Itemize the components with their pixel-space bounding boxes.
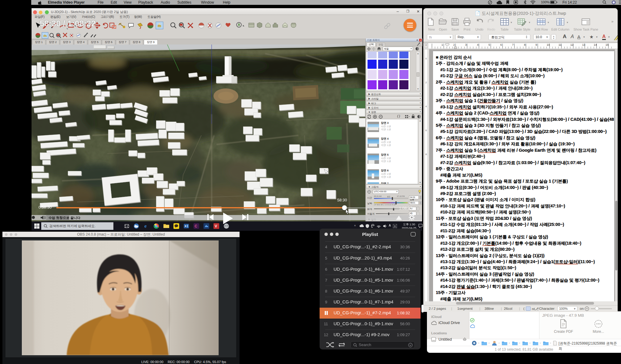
svg-text:C: C: [195, 224, 197, 228]
svg-text:한: 한: [394, 225, 396, 228]
svg-text:e: e: [144, 223, 147, 229]
svg-text:V: V: [215, 224, 217, 228]
